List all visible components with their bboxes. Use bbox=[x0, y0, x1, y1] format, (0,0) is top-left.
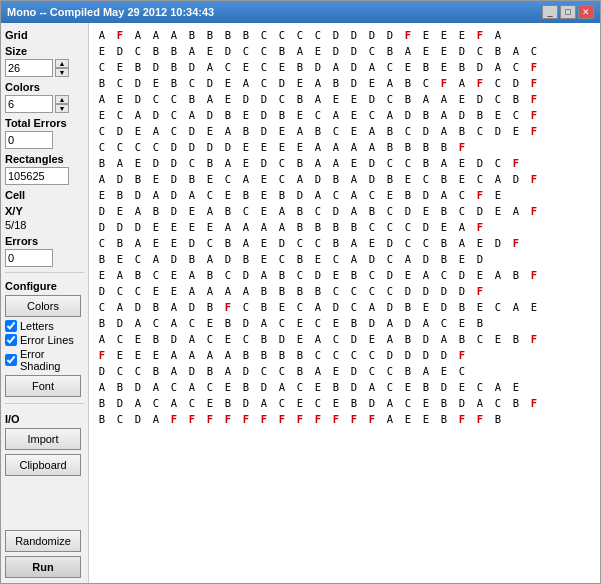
grid-cell[interactable]: E bbox=[507, 379, 525, 395]
grid-cell[interactable]: A bbox=[255, 315, 273, 331]
grid-cell[interactable]: B bbox=[273, 347, 291, 363]
grid-cell[interactable]: A bbox=[363, 379, 381, 395]
grid-cell[interactable]: E bbox=[417, 395, 435, 411]
grid-cell[interactable]: C bbox=[255, 43, 273, 59]
grid-cell[interactable]: D bbox=[111, 395, 129, 411]
grid-cell[interactable]: B bbox=[129, 171, 147, 187]
grid-cell[interactable]: A bbox=[93, 379, 111, 395]
grid-cell[interactable]: C bbox=[255, 75, 273, 91]
grid-cell[interactable]: E bbox=[471, 235, 489, 251]
grid-cell[interactable]: E bbox=[93, 107, 111, 123]
grid-cell[interactable]: E bbox=[219, 331, 237, 347]
grid-cell[interactable]: E bbox=[399, 379, 417, 395]
grid-cell[interactable]: B bbox=[273, 187, 291, 203]
grid-cell[interactable]: D bbox=[255, 107, 273, 123]
grid-cell[interactable]: E bbox=[201, 123, 219, 139]
grid-cell[interactable]: C bbox=[327, 283, 345, 299]
grid-cell[interactable]: B bbox=[183, 251, 201, 267]
grid-cell[interactable]: A bbox=[291, 43, 309, 59]
grid-cell[interactable]: D bbox=[111, 219, 129, 235]
grid-cell[interactable]: B bbox=[345, 219, 363, 235]
grid-cell[interactable]: E bbox=[453, 251, 471, 267]
grid-cell[interactable]: B bbox=[237, 123, 255, 139]
grid-cell[interactable]: A bbox=[489, 379, 507, 395]
grid-cell[interactable]: D bbox=[165, 171, 183, 187]
grid-cell[interactable]: D bbox=[183, 123, 201, 139]
grid-cell[interactable]: E bbox=[291, 331, 309, 347]
grid-cell[interactable]: C bbox=[183, 75, 201, 91]
grid-cell[interactable]: F bbox=[525, 75, 543, 91]
grid-cell[interactable]: E bbox=[219, 379, 237, 395]
grid-cell[interactable]: C bbox=[111, 411, 129, 427]
randomize-button[interactable]: Randomize bbox=[5, 530, 81, 552]
grid-cell[interactable]: D bbox=[309, 59, 327, 75]
grid-cell[interactable]: E bbox=[453, 171, 471, 187]
grid-cell[interactable]: A bbox=[165, 27, 183, 43]
grid-cell[interactable]: C bbox=[291, 379, 309, 395]
grid-cell[interactable]: F bbox=[471, 411, 489, 427]
grid-cell[interactable]: F bbox=[327, 411, 345, 427]
grid-cell[interactable]: E bbox=[219, 75, 237, 91]
grid-cell[interactable]: C bbox=[291, 299, 309, 315]
grid-cell[interactable]: D bbox=[183, 299, 201, 315]
grid-cell[interactable]: E bbox=[345, 107, 363, 123]
grid-cell[interactable]: A bbox=[165, 363, 183, 379]
grid-cell[interactable]: A bbox=[489, 267, 507, 283]
colors-input[interactable] bbox=[5, 95, 53, 113]
grid-cell[interactable]: B bbox=[237, 27, 255, 43]
grid-cell[interactable]: D bbox=[417, 347, 435, 363]
grid-cell[interactable]: E bbox=[165, 267, 183, 283]
grid-cell[interactable]: D bbox=[345, 75, 363, 91]
grid-cell[interactable]: E bbox=[453, 315, 471, 331]
grid-cell[interactable]: B bbox=[183, 91, 201, 107]
grid-cell[interactable]: E bbox=[273, 139, 291, 155]
grid-cell[interactable]: B bbox=[147, 363, 165, 379]
grid-cell[interactable]: A bbox=[453, 219, 471, 235]
grid-cell[interactable]: D bbox=[93, 283, 111, 299]
grid-cell[interactable]: B bbox=[417, 379, 435, 395]
grid-cell[interactable]: B bbox=[237, 347, 255, 363]
grid-cell[interactable]: F bbox=[309, 411, 327, 427]
grid-cell[interactable]: C bbox=[183, 395, 201, 411]
grid-cell[interactable]: A bbox=[201, 203, 219, 219]
grid-cell[interactable]: D bbox=[345, 331, 363, 347]
grid-cell[interactable]: E bbox=[147, 283, 165, 299]
grid-cell[interactable]: A bbox=[237, 171, 255, 187]
grid-cell[interactable]: E bbox=[453, 379, 471, 395]
grid-cell[interactable]: D bbox=[183, 363, 201, 379]
grid-cell[interactable]: C bbox=[255, 59, 273, 75]
grid-cell[interactable]: D bbox=[183, 59, 201, 75]
grid-cell[interactable]: F bbox=[525, 331, 543, 347]
grid-cell[interactable]: F bbox=[201, 411, 219, 427]
grid-cell[interactable]: D bbox=[417, 283, 435, 299]
grid-cell[interactable]: F bbox=[453, 411, 471, 427]
grid-cell[interactable]: A bbox=[183, 283, 201, 299]
grid-cell[interactable]: B bbox=[381, 139, 399, 155]
grid-cell[interactable]: C bbox=[111, 331, 129, 347]
grid-cell[interactable]: C bbox=[273, 315, 291, 331]
grid-cell[interactable]: A bbox=[381, 75, 399, 91]
grid-cell[interactable]: E bbox=[183, 203, 201, 219]
grid-cell[interactable]: A bbox=[363, 123, 381, 139]
grid-cell[interactable]: C bbox=[327, 251, 345, 267]
grid-cell[interactable]: A bbox=[183, 347, 201, 363]
grid-cell[interactable]: A bbox=[381, 331, 399, 347]
grid-cell[interactable]: D bbox=[453, 267, 471, 283]
grid-cell[interactable]: A bbox=[147, 123, 165, 139]
grid-cell[interactable]: F bbox=[525, 267, 543, 283]
grid-cell[interactable]: B bbox=[417, 107, 435, 123]
grid-cell[interactable]: C bbox=[309, 203, 327, 219]
grid-cell[interactable]: B bbox=[399, 91, 417, 107]
grid-cell[interactable]: A bbox=[345, 139, 363, 155]
grid-cell[interactable]: A bbox=[399, 43, 417, 59]
grid-cell[interactable]: A bbox=[165, 395, 183, 411]
grid-cell[interactable]: C bbox=[129, 43, 147, 59]
grid-cell[interactable]: B bbox=[399, 331, 417, 347]
grid-cell[interactable]: C bbox=[291, 27, 309, 43]
grid-cell[interactable]: C bbox=[381, 283, 399, 299]
grid-cell[interactable]: D bbox=[345, 43, 363, 59]
grid-cell[interactable]: D bbox=[507, 75, 525, 91]
grid-cell[interactable]: A bbox=[147, 411, 165, 427]
grid-cell[interactable]: B bbox=[435, 235, 453, 251]
grid-cell[interactable]: C bbox=[147, 91, 165, 107]
